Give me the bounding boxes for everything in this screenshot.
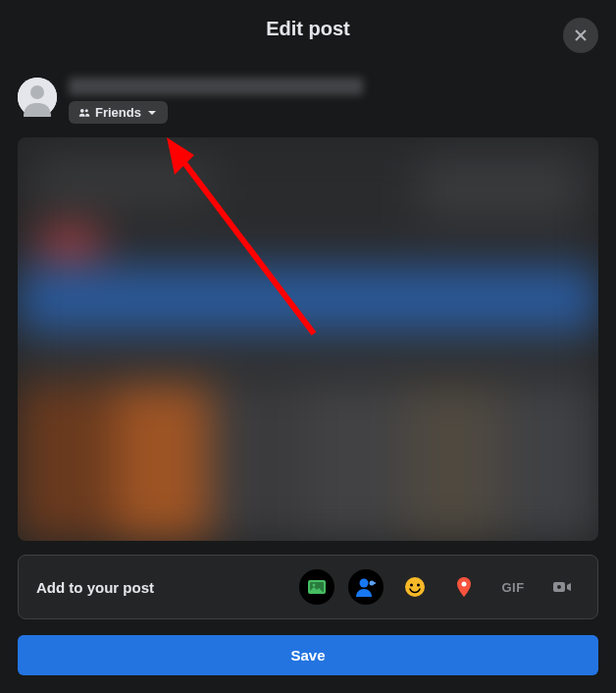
check-in-button[interactable] [446, 569, 482, 605]
chevron-down-icon [146, 107, 158, 119]
tag-people-button[interactable] [348, 569, 384, 605]
save-button[interactable]: Save [18, 635, 598, 675]
gif-button[interactable]: GIF [495, 569, 531, 605]
svg-point-15 [462, 582, 467, 587]
edit-post-modal: Edit post F [0, 0, 616, 693]
live-video-button[interactable] [544, 569, 580, 605]
avatar[interactable] [18, 78, 57, 117]
friends-icon [78, 107, 90, 119]
feeling-activity-button[interactable] [397, 569, 433, 605]
location-icon [452, 575, 476, 599]
photo-video-button[interactable] [299, 569, 334, 605]
add-to-post-icons: GIF [299, 569, 580, 605]
blurred-content [18, 137, 598, 541]
privacy-selector[interactable]: Friends [69, 101, 168, 124]
post-content-area[interactable] [18, 137, 598, 541]
user-meta: Friends [69, 78, 363, 124]
svg-point-5 [85, 109, 88, 112]
add-to-post-row: Add to your post [18, 555, 598, 619]
close-icon [571, 26, 590, 45]
svg-point-12 [405, 577, 425, 597]
add-to-post-label: Add to your post [36, 579, 154, 596]
user-row: Friends [18, 78, 598, 124]
privacy-label: Friends [95, 105, 141, 120]
modal-header: Edit post [18, 18, 598, 56]
svg-point-17 [557, 585, 561, 589]
photo-icon [305, 575, 329, 599]
svg-rect-11 [371, 582, 376, 584]
video-icon [550, 575, 574, 599]
svg-point-14 [417, 584, 420, 587]
svg-point-8 [313, 584, 316, 587]
close-button[interactable] [563, 18, 598, 53]
emoji-icon [403, 575, 427, 599]
user-name-blurred [69, 78, 363, 95]
svg-point-9 [360, 579, 369, 588]
tag-person-icon [354, 575, 378, 599]
svg-point-13 [410, 584, 413, 587]
modal-title: Edit post [266, 18, 350, 40]
svg-point-4 [80, 108, 84, 112]
gif-icon: GIF [501, 580, 524, 595]
person-silhouette-icon [18, 78, 57, 117]
svg-point-3 [30, 85, 44, 99]
